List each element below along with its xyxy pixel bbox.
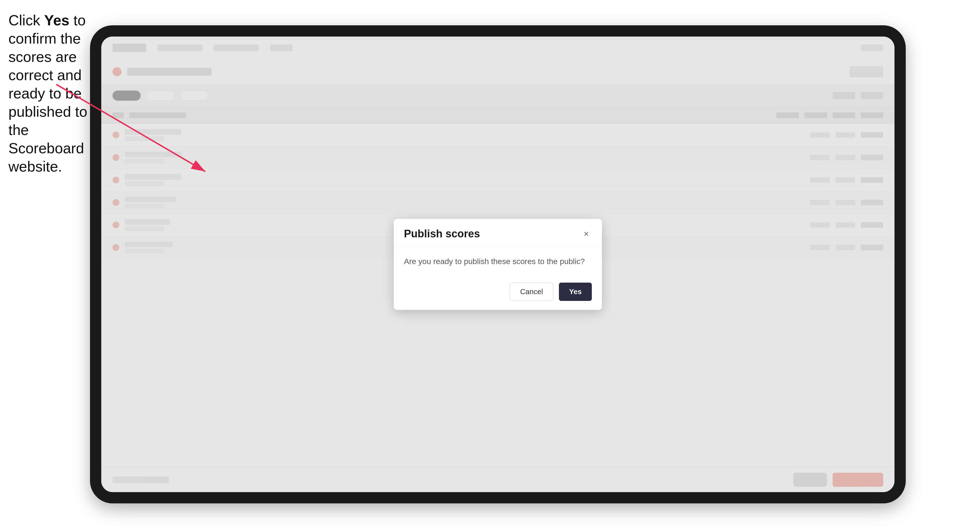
modal-header: Publish scores × [394,219,602,247]
instruction-text: Click Yes to confirm the scores are corr… [8,11,90,176]
instruction-prefix: Click [8,12,44,29]
modal-close-button[interactable]: × [581,228,592,239]
yes-button[interactable]: Yes [559,283,592,301]
modal-dialog: Publish scores × Are you ready to publis… [394,219,602,310]
instruction-bold: Yes [44,12,70,29]
modal-title: Publish scores [404,228,480,240]
tablet-screen: Publish scores × Are you ready to publis… [101,37,894,492]
instruction-suffix: to confirm the scores are correct and re… [8,12,87,175]
modal-message: Are you ready to publish these scores to… [404,256,592,267]
tablet-frame: Publish scores × Are you ready to publis… [90,25,906,503]
cancel-button[interactable]: Cancel [510,283,553,301]
modal-overlay: Publish scores × Are you ready to publis… [101,37,894,492]
modal-body: Are you ready to publish these scores to… [394,247,602,276]
modal-footer: Cancel Yes [394,276,602,310]
